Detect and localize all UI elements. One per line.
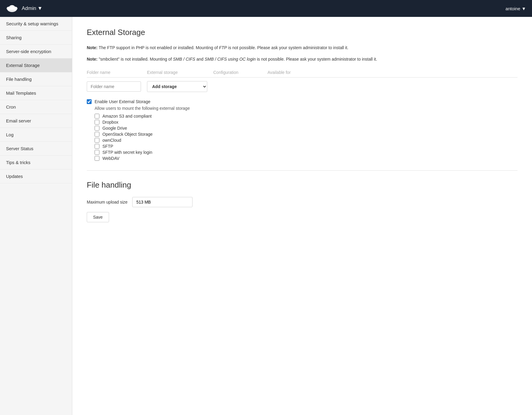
webdav-label[interactable]: WebDAV (102, 156, 119, 161)
storage-option-openstack: OpenStack Object Storage (95, 132, 518, 137)
sidebar-item-tips-tricks[interactable]: Tips & tricks (0, 156, 72, 169)
note-ftp: Note: The FTP support in PHP is not enab… (87, 44, 518, 51)
amazon-s3-label[interactable]: Amazon S3 and compliant (102, 114, 152, 119)
google-drive-label[interactable]: Google Drive (102, 126, 127, 131)
storage-option-sftp-secret: SFTP with secret key login (95, 150, 518, 155)
col-available-label: Available for (268, 70, 518, 75)
sidebar-item-cron[interactable]: Cron (0, 100, 72, 114)
file-handling-title: File handling (87, 180, 518, 190)
col-external-label: External storage (147, 70, 207, 75)
sidebar-item-server-status[interactable]: Server Status (0, 142, 72, 156)
sidebar: Security & setup warnings Sharing Server… (0, 17, 72, 415)
note1-text2: is not possible. Please ask your system … (227, 45, 348, 50)
note-smb: Note: "smbclient" is not installed. Moun… (87, 56, 518, 62)
owncloud-checkbox[interactable] (95, 138, 99, 143)
storage-table-header: Folder name External storage Configurati… (87, 68, 518, 78)
openstack-checkbox[interactable] (95, 132, 99, 137)
storage-option-webdav: WebDAV (95, 156, 518, 161)
sftp-checkbox[interactable] (95, 144, 99, 149)
section-divider (87, 170, 518, 171)
note2-italic1: SMB / CIFS (173, 57, 195, 62)
app-name-text: Admin (22, 5, 36, 11)
sidebar-item-encryption[interactable]: Server-side encryption (0, 45, 72, 59)
sidebar-item-security[interactable]: Security & setup warnings (0, 17, 72, 31)
layout: Security & setup warnings Sharing Server… (0, 17, 532, 415)
note2-text3: is not possible. Please ask your system … (256, 57, 377, 62)
folder-name-input[interactable] (87, 81, 141, 92)
col-folder-label: Folder name (87, 70, 141, 75)
sidebar-item-email-server[interactable]: Email server (0, 114, 72, 128)
note1-italic: FTP (219, 45, 227, 50)
note2-label: Note: (87, 57, 98, 62)
storage-options-list: Amazon S3 and compliant Dropbox Google D… (95, 114, 518, 161)
enable-external-storage-label[interactable]: Enable User External Storage (95, 99, 150, 104)
storage-option-dropbox: Dropbox (95, 120, 518, 125)
logo-icon (6, 2, 18, 14)
sftp-secret-checkbox[interactable] (95, 150, 99, 155)
main-content: External Storage Note: The FTP support i… (72, 17, 532, 415)
sftp-label[interactable]: SFTP (102, 144, 113, 149)
enable-checkbox-row: Enable User External Storage (87, 99, 518, 104)
header-left: Admin ▼ (6, 2, 42, 14)
upload-size-input[interactable] (132, 197, 192, 207)
page-title: External Storage (87, 28, 518, 37)
note1-label: Note: (87, 45, 98, 50)
add-storage-select[interactable]: Add storage (147, 81, 207, 92)
dropbox-label[interactable]: Dropbox (102, 120, 118, 125)
app-name-arrow: ▼ (37, 5, 42, 11)
svg-point-3 (9, 5, 15, 10)
webdav-checkbox[interactable] (95, 156, 99, 161)
note2-italic2: SMB / CIFS using OC login (205, 57, 256, 62)
col-config-label: Configuration (213, 70, 261, 75)
user-menu[interactable]: antoine ▼ (505, 6, 526, 11)
storage-row: Add storage (87, 81, 518, 92)
sidebar-item-log[interactable]: Log (0, 128, 72, 142)
upload-size-row: Maximum upload size (87, 197, 518, 207)
storage-option-amazon: Amazon S3 and compliant (95, 114, 518, 119)
amazon-s3-checkbox[interactable] (95, 114, 99, 119)
user-dropdown-arrow: ▼ (521, 6, 526, 11)
allow-users-label: Allow users to mount the following exter… (95, 106, 518, 111)
header: Admin ▼ antoine ▼ (0, 0, 532, 17)
storage-option-gdrive: Google Drive (95, 126, 518, 131)
sftp-secret-label[interactable]: SFTP with secret key login (102, 150, 152, 155)
note1-text: The FTP support in PHP is not enabled or… (99, 45, 219, 50)
openstack-label[interactable]: OpenStack Object Storage (102, 132, 153, 137)
dropbox-checkbox[interactable] (95, 120, 99, 125)
sidebar-item-sharing[interactable]: Sharing (0, 31, 72, 45)
sidebar-item-updates[interactable]: Updates (0, 169, 72, 183)
upload-size-label: Maximum upload size (87, 200, 127, 204)
note2-text: "smbclient" is not installed. Mounting o… (99, 57, 173, 62)
sidebar-item-external-storage[interactable]: External Storage (0, 59, 72, 72)
sidebar-item-file-handling[interactable]: File handling (0, 72, 72, 86)
owncloud-label[interactable]: ownCloud (102, 138, 121, 143)
enable-external-storage-checkbox[interactable] (87, 99, 92, 104)
enable-external-storage-section: Enable User External Storage Allow users… (87, 99, 518, 161)
storage-option-owncloud: ownCloud (95, 138, 518, 143)
sidebar-item-mail-templates[interactable]: Mail Templates (0, 86, 72, 100)
storage-option-sftp: SFTP (95, 144, 518, 149)
app-name[interactable]: Admin ▼ (22, 5, 42, 11)
username: antoine (505, 6, 520, 11)
save-button[interactable]: Save (87, 212, 109, 222)
google-drive-checkbox[interactable] (95, 126, 99, 131)
note2-text2: and (195, 57, 205, 62)
